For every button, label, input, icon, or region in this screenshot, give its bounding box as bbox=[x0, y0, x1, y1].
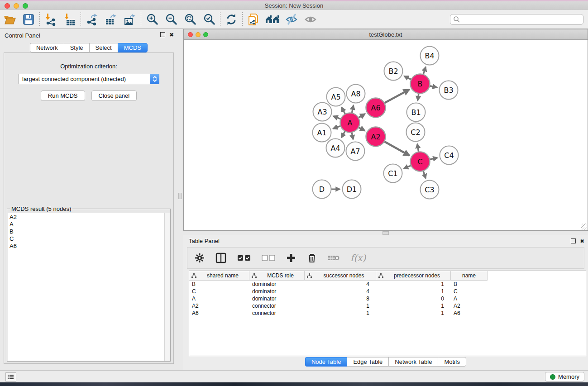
column-header-name[interactable]: name bbox=[451, 271, 488, 281]
mcds-result-list[interactable]: A2ABCA6 bbox=[8, 213, 164, 361]
table-panel: Table Panel ✖ bbox=[183, 235, 588, 367]
run-mcds-button[interactable]: Run MCDS bbox=[41, 91, 85, 101]
show-columns-icon[interactable] bbox=[215, 253, 226, 263]
window-title: Session: New Session bbox=[0, 2, 588, 9]
table-cell: A6 bbox=[189, 310, 249, 317]
export-table-icon[interactable] bbox=[101, 12, 120, 27]
show-hide-panels-icon[interactable] bbox=[263, 12, 282, 27]
graph-node-label: C bbox=[417, 157, 422, 166]
criterion-select[interactable]: largest connected component (directed) bbox=[18, 74, 159, 84]
tab-motifs[interactable]: Motifs bbox=[438, 357, 466, 367]
tab-network[interactable]: Network bbox=[30, 43, 64, 52]
save-session-icon[interactable] bbox=[19, 12, 38, 27]
table-cell: 4 bbox=[305, 281, 376, 288]
column-header-shared-name[interactable]: shared name bbox=[189, 271, 249, 281]
clone-network-icon[interactable] bbox=[244, 12, 263, 27]
column-header-predecessor-nodes[interactable]: predecessor nodes bbox=[376, 271, 451, 281]
result-item[interactable]: A6 bbox=[10, 243, 163, 250]
table-cell: 1 bbox=[376, 288, 451, 295]
delete-table-icon[interactable] bbox=[328, 254, 339, 262]
result-item[interactable]: A bbox=[10, 221, 163, 228]
table-cell: 4 bbox=[305, 288, 376, 295]
tab-mcds[interactable]: MCDS bbox=[118, 43, 148, 52]
memory-status-icon bbox=[550, 374, 555, 380]
export-network-icon[interactable] bbox=[82, 12, 101, 27]
zoom-fit-icon[interactable] bbox=[181, 12, 200, 27]
table-cell: connector bbox=[249, 310, 305, 317]
table-cell: dominator bbox=[249, 281, 305, 288]
export-image-icon[interactable] bbox=[120, 12, 139, 27]
result-item[interactable]: B bbox=[10, 228, 163, 235]
result-list-scrollbar[interactable] bbox=[164, 213, 170, 361]
search-input[interactable] bbox=[460, 15, 583, 24]
toolbar-search-field[interactable] bbox=[450, 14, 583, 25]
hide-graphics-details-icon[interactable] bbox=[282, 12, 301, 27]
table-row[interactable]: A2connector11A2 bbox=[189, 302, 586, 310]
import-network-icon[interactable] bbox=[41, 12, 60, 27]
table-row[interactable]: Adominator80A bbox=[189, 295, 586, 302]
horizontal-splitter[interactable] bbox=[183, 231, 588, 235]
close-panel-button[interactable]: Close panel bbox=[91, 91, 137, 101]
network-canvas[interactable]: AA1A2A3A4A5A6A7A8BB1B2B3B4CC1C2C3C4DD1 bbox=[184, 40, 588, 230]
import-table-icon[interactable] bbox=[60, 12, 79, 27]
window-titlebar[interactable]: Session: New Session bbox=[0, 1, 588, 10]
window-resize-grip[interactable] bbox=[581, 224, 587, 230]
memory-button[interactable]: Memory bbox=[545, 372, 584, 381]
column-header-successor-nodes[interactable]: successor nodes bbox=[305, 271, 376, 281]
memory-label: Memory bbox=[558, 373, 579, 380]
graph-node-label: D1 bbox=[347, 185, 357, 194]
table-row[interactable]: Cdominator41C bbox=[189, 288, 586, 295]
tab-node-table[interactable]: Node Table bbox=[305, 357, 347, 367]
table-settings-gear-icon[interactable] bbox=[195, 253, 205, 263]
result-item[interactable]: A2 bbox=[10, 214, 163, 221]
status-bar: Memory bbox=[0, 370, 588, 382]
close-table-panel-icon[interactable]: ✖ bbox=[580, 238, 584, 244]
table-cell: B bbox=[451, 281, 488, 288]
float-table-panel-icon[interactable] bbox=[571, 238, 576, 243]
criterion-selected-value: largest connected component (directed) bbox=[19, 76, 126, 82]
toolbar-separator bbox=[81, 12, 81, 27]
toolbar-separator bbox=[141, 12, 141, 27]
tab-style[interactable]: Style bbox=[64, 43, 89, 52]
graph-node-label: A bbox=[348, 119, 353, 127]
vertical-splitter[interactable] bbox=[177, 29, 183, 370]
splitter-grip[interactable] bbox=[178, 193, 182, 199]
delete-column-trash-icon[interactable] bbox=[307, 253, 317, 263]
tab-select[interactable]: Select bbox=[89, 43, 118, 52]
zoom-selected-icon[interactable] bbox=[200, 12, 219, 27]
zoom-out-icon[interactable] bbox=[162, 12, 181, 27]
table-cell: A bbox=[451, 295, 488, 302]
task-history-button[interactable] bbox=[5, 372, 16, 381]
table-row[interactable]: A6connector11A6 bbox=[189, 310, 586, 317]
table-cell: 1 bbox=[305, 302, 376, 310]
table-cell: A2 bbox=[451, 302, 488, 310]
tab-edge-table[interactable]: Edge Table bbox=[347, 357, 388, 367]
column-header-MCDS-role[interactable]: MCDS role bbox=[249, 271, 305, 281]
splitter-grip[interactable] bbox=[382, 231, 389, 235]
node-table-body: Bdominator41BCdominator41CAdominator80AA… bbox=[189, 281, 586, 317]
refresh-layout-icon[interactable] bbox=[222, 12, 241, 27]
function-builder-fx-icon[interactable]: f(x) bbox=[350, 253, 366, 263]
open-session-icon[interactable] bbox=[0, 12, 19, 27]
zoom-in-icon[interactable] bbox=[143, 12, 162, 27]
table-cell: B bbox=[189, 281, 249, 288]
graph-node-label: A1 bbox=[317, 129, 326, 137]
tab-network-table[interactable]: Network Table bbox=[388, 357, 438, 367]
unselect-all-columns-icon[interactable] bbox=[262, 255, 275, 261]
table-cell: 0 bbox=[376, 295, 451, 302]
show-graphics-details-icon[interactable] bbox=[301, 12, 320, 27]
create-column-add-icon[interactable] bbox=[286, 253, 296, 263]
float-panel-icon[interactable] bbox=[160, 32, 165, 37]
network-window-title: testGlobe.txt bbox=[184, 31, 588, 38]
table-cell: C bbox=[451, 288, 488, 295]
graph-node-label: B1 bbox=[411, 108, 421, 117]
graph-node-label: A3 bbox=[317, 108, 327, 116]
select-all-columns-icon[interactable] bbox=[237, 255, 251, 261]
table-row[interactable]: Bdominator41B bbox=[189, 281, 586, 288]
network-window-titlebar[interactable]: testGlobe.txt bbox=[184, 29, 588, 40]
close-panel-icon[interactable]: ✖ bbox=[169, 32, 174, 38]
toolbar-separator bbox=[39, 12, 40, 27]
search-icon bbox=[453, 16, 460, 23]
table-panel-title: Table Panel bbox=[189, 238, 220, 244]
result-item[interactable]: C bbox=[10, 235, 163, 243]
